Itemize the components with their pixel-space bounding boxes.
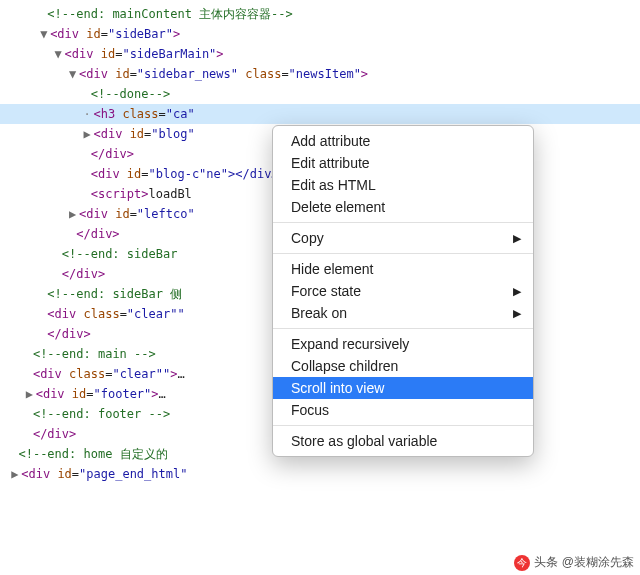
- disclosure-triangle[interactable]: ▶: [26, 385, 36, 403]
- menu-item-break-on[interactable]: Break on▶: [273, 302, 533, 324]
- menu-separator: [273, 222, 533, 223]
- submenu-arrow-icon: ▶: [513, 307, 521, 320]
- selection-dot: ·: [83, 105, 93, 123]
- disclosure-triangle[interactable]: ▼: [40, 25, 50, 43]
- tree-row[interactable]: ▶<div id="page_end_html": [0, 464, 640, 484]
- context-menu: Add attributeEdit attributeEdit as HTMLD…: [272, 125, 534, 457]
- toutiao-icon: 今: [514, 555, 530, 571]
- menu-item-scroll-into-view[interactable]: Scroll into view: [273, 377, 533, 399]
- menu-separator: [273, 328, 533, 329]
- menu-item-force-state[interactable]: Force state▶: [273, 280, 533, 302]
- menu-item-edit-as-html[interactable]: Edit as HTML: [273, 174, 533, 196]
- watermark-text: 头条 @装糊涂先森: [534, 554, 634, 571]
- watermark: 今 头条 @装糊涂先森: [514, 554, 634, 571]
- disclosure-triangle[interactable]: ▶: [11, 465, 21, 483]
- menu-separator: [273, 425, 533, 426]
- menu-item-focus[interactable]: Focus: [273, 399, 533, 421]
- menu-separator: [273, 253, 533, 254]
- disclosure-triangle[interactable]: ▶: [83, 125, 93, 143]
- tree-row[interactable]: ▼<div id="sideBarMain">: [0, 44, 640, 64]
- disclosure-triangle[interactable]: ▼: [55, 45, 65, 63]
- submenu-arrow-icon: ▶: [513, 232, 521, 245]
- disclosure-triangle[interactable]: ▶: [69, 205, 79, 223]
- menu-item-expand-recursively[interactable]: Expand recursively: [273, 333, 533, 355]
- menu-item-edit-attribute[interactable]: Edit attribute: [273, 152, 533, 174]
- menu-item-collapse-children[interactable]: Collapse children: [273, 355, 533, 377]
- tree-row[interactable]: ▼<div id="sidebar_news" class="newsItem"…: [0, 64, 640, 84]
- submenu-arrow-icon: ▶: [513, 285, 521, 298]
- menu-item-copy[interactable]: Copy▶: [273, 227, 533, 249]
- tree-row[interactable]: <!--end: mainContent 主体内容容器-->: [0, 4, 640, 24]
- tree-row[interactable]: ·<h3 class="ca": [0, 104, 640, 124]
- menu-item-add-attribute[interactable]: Add attribute: [273, 130, 533, 152]
- menu-item-store-as-global-variable[interactable]: Store as global variable: [273, 430, 533, 452]
- menu-item-delete-element[interactable]: Delete element: [273, 196, 533, 218]
- tree-row[interactable]: ▼<div id="sideBar">: [0, 24, 640, 44]
- menu-item-hide-element[interactable]: Hide element: [273, 258, 533, 280]
- disclosure-triangle[interactable]: ▼: [69, 65, 79, 83]
- tree-row[interactable]: <!--done-->: [0, 84, 640, 104]
